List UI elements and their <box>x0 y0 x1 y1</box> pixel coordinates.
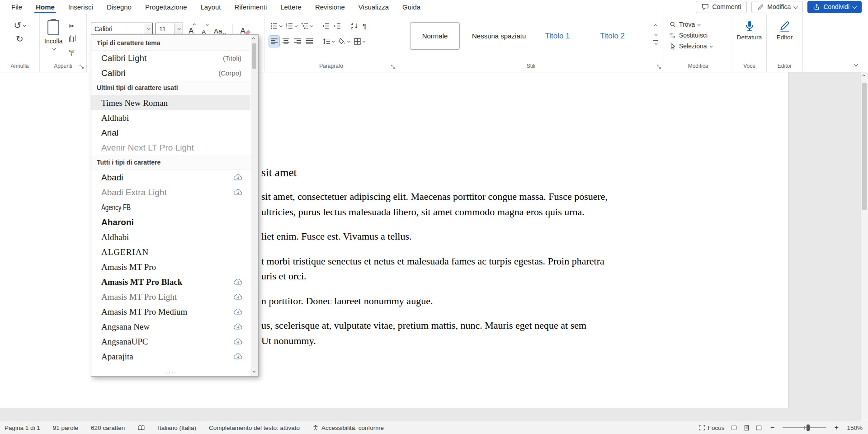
multilevel-list-button[interactable] <box>300 20 314 32</box>
font-option-angsanaupc[interactable]: AngsanaUPC <box>91 334 250 349</box>
tab-visualizza[interactable]: Visualizza <box>352 0 396 14</box>
format-painter-button[interactable] <box>66 48 77 57</box>
style-titolo-2[interactable]: Titolo 2 <box>589 22 636 50</box>
font-option-abadi-extra-light[interactable]: Abadi Extra Light <box>91 185 250 200</box>
find-button[interactable]: Trova <box>670 21 732 28</box>
tab-progettazione[interactable]: Progettazione <box>138 0 194 14</box>
styles-gallery-down-button[interactable] <box>651 31 660 38</box>
font-option-agency-fb[interactable]: Agency FB <box>91 200 250 215</box>
web-layout-button[interactable] <box>756 425 762 431</box>
tab-revisione[interactable]: Revisione <box>308 0 352 14</box>
word-count[interactable]: 91 parole <box>53 425 78 431</box>
font-option-aharoni[interactable]: Aharoni <box>91 215 250 230</box>
font-size-combobox[interactable]: 11 <box>156 23 183 35</box>
paste-button[interactable]: Incolla <box>44 20 62 57</box>
zoom-slider-thumb[interactable] <box>807 425 810 431</box>
tab-guida[interactable]: Guida <box>396 0 427 14</box>
tab-home[interactable]: Home <box>29 0 61 14</box>
font-option-calibri[interactable]: Calibri(Corpo) <box>91 66 250 80</box>
align-center-button[interactable] <box>281 36 291 47</box>
proofing-status-button[interactable] <box>137 425 145 431</box>
increase-indent-button[interactable] <box>332 20 343 32</box>
accessibility-status[interactable]: Accessibilità: conforme <box>312 425 384 431</box>
replace-button[interactable]: ab Sostituisci <box>670 32 732 39</box>
text-completion-status[interactable]: Completamento del testo: attivato <box>209 425 300 431</box>
scrollbar-thumb[interactable] <box>252 43 256 69</box>
tab-lettere[interactable]: Lettere <box>274 0 308 14</box>
styles-gallery-more-button[interactable] <box>651 40 660 47</box>
style-normale[interactable]: Normale <box>410 22 460 50</box>
align-right-button[interactable] <box>292 36 303 47</box>
styles-gallery-up-button[interactable] <box>651 22 660 29</box>
editor-button[interactable]: Editor <box>767 14 802 41</box>
style-titolo-1[interactable]: Titolo 1 <box>533 22 581 50</box>
dictate-button[interactable]: Dettatura <box>732 14 766 41</box>
undo-button[interactable] <box>14 20 26 31</box>
scrollbar-thumb[interactable] <box>862 83 867 210</box>
font-option-algerian[interactable]: ALGERIAN <box>91 245 250 259</box>
clipboard-dialog-launcher-icon[interactable] <box>79 64 84 69</box>
font-option-calibri-light[interactable]: Calibri Light(Titoli) <box>91 51 250 66</box>
font-option-amasis-mt-pro-light[interactable]: Amasis MT Pro Light <box>91 289 250 304</box>
numbering-button[interactable]: 123 <box>284 20 298 32</box>
select-button[interactable]: Seleziona <box>670 42 732 50</box>
font-option-angsana-new[interactable]: Angsana New <box>91 319 250 334</box>
justify-button[interactable] <box>304 36 315 47</box>
language-indicator[interactable]: Italiano (Italia) <box>158 425 196 431</box>
bullets-button[interactable] <box>269 20 283 32</box>
font-option-avenir-next-lt-pro-light[interactable]: Avenir Next LT Pro Light <box>91 140 250 155</box>
font-option-aldhabi[interactable]: Aldhabi <box>91 230 250 245</box>
cut-button[interactable] <box>66 22 77 31</box>
shading-button[interactable] <box>337 36 351 47</box>
resize-grip[interactable] <box>91 370 250 375</box>
font-option-aparajita[interactable]: Aparajita <box>91 349 250 364</box>
tab-file[interactable]: File <box>5 0 29 14</box>
font-option-abadi[interactable]: Abadi <box>91 170 250 185</box>
font-name-dropdown-button[interactable] <box>144 23 152 34</box>
scroll-down-icon[interactable] <box>253 369 256 373</box>
copy-button[interactable] <box>66 35 77 44</box>
line-spacing-button[interactable] <box>321 36 335 47</box>
editing-mode-button[interactable]: Modifica <box>751 1 803 13</box>
char-count[interactable]: 620 caratteri <box>91 425 125 431</box>
shrink-font-button[interactable]: A <box>199 23 208 35</box>
styles-dialog-launcher-icon[interactable] <box>656 64 661 69</box>
zoom-out-button[interactable]: − <box>768 424 776 432</box>
tab-layout[interactable]: Layout <box>194 0 228 14</box>
focus-mode-button[interactable]: Focus <box>699 425 725 431</box>
zoom-slider[interactable] <box>783 424 826 431</box>
font-dropdown-scrollbar[interactable] <box>251 35 258 376</box>
font-name-combobox[interactable]: Calibri <box>91 23 153 35</box>
scroll-up-icon[interactable] <box>862 75 865 78</box>
scroll-up-icon[interactable] <box>252 38 255 41</box>
print-layout-button[interactable] <box>744 425 750 431</box>
align-left-button[interactable] <box>269 36 279 47</box>
comments-button[interactable]: Commenti <box>696 1 747 13</box>
borders-button[interactable] <box>352 36 366 47</box>
vertical-scrollbar[interactable] <box>860 72 868 421</box>
tab-inserisci[interactable]: Inserisci <box>61 0 100 14</box>
paragraph-dialog-launcher-icon[interactable] <box>391 64 396 69</box>
change-case-button[interactable]: Aa <box>211 23 228 35</box>
style-nessuna-spaziatura[interactable]: Nessuna spaziatura <box>467 22 526 50</box>
font-option-amasis-mt-pro-black[interactable]: Amasis MT Pro Black <box>91 274 250 289</box>
page-indicator[interactable]: Pagina 1 di 1 <box>5 425 40 431</box>
font-option-amasis-mt-pro-medium[interactable]: Amasis MT Pro Medium <box>91 304 250 319</box>
show-formatting-marks-button[interactable] <box>361 20 368 32</box>
font-option-amasis-mt-pro[interactable]: Amasis MT Pro <box>91 259 250 274</box>
read-mode-button[interactable] <box>731 425 737 430</box>
zoom-percentage[interactable]: 150% <box>847 425 863 431</box>
font-option-times-new-roman[interactable]: Times New Roman <box>91 95 250 110</box>
font-option-aldhabi[interactable]: Aldhabi <box>91 110 250 125</box>
font-option-arial[interactable]: Arial <box>91 125 250 140</box>
redo-button[interactable] <box>16 33 24 44</box>
collapse-ribbon-button[interactable] <box>854 61 857 67</box>
zoom-in-button[interactable]: + <box>832 424 840 432</box>
clear-formatting-button[interactable]: A <box>237 23 252 35</box>
sort-button[interactable]: AZ <box>349 20 360 32</box>
share-button[interactable]: Condividi <box>807 1 862 13</box>
grow-font-button[interactable]: A <box>186 23 196 35</box>
font-size-dropdown-button[interactable] <box>174 23 183 34</box>
decrease-indent-button[interactable] <box>321 20 331 32</box>
tab-riferimenti[interactable]: Riferimenti <box>228 0 274 14</box>
